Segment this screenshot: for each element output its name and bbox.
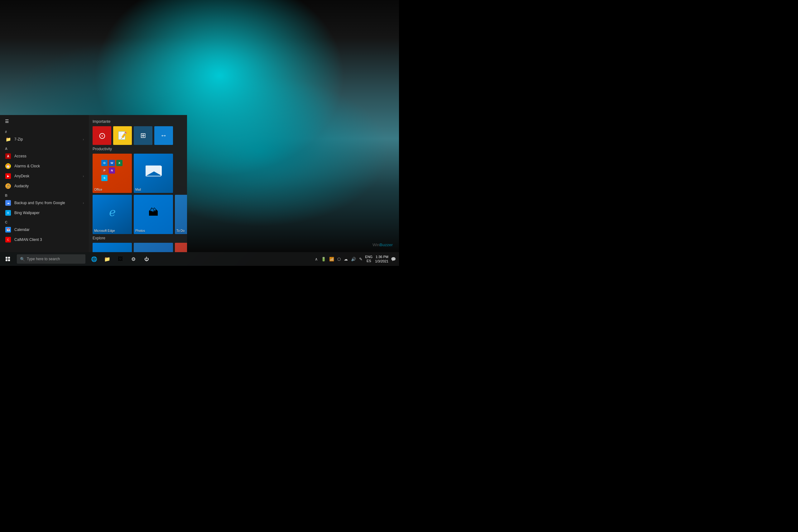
anydesk-icon: ▶: [5, 173, 11, 179]
tile-news[interactable]: 👤 News: [175, 243, 187, 252]
language-secondary: ES: [366, 259, 371, 263]
tile-vmware[interactable]: ⊞: [134, 126, 152, 145]
tray-volume-icon[interactable]: 🔊: [351, 257, 356, 262]
win-key-tr: [8, 257, 10, 259]
app-icon-backup: ☁: [5, 200, 11, 206]
watermark: WinBuzzer: [373, 243, 393, 247]
chevron-icon-anydesk: ›: [83, 174, 84, 178]
calman-icon: C: [5, 237, 11, 243]
tile-teamviewer[interactable]: ↔: [154, 126, 173, 145]
section-b: B: [0, 192, 89, 198]
section-title-importante: Importante: [93, 119, 183, 124]
app-item-audacity[interactable]: 🎵 Audacity: [0, 181, 89, 191]
app-name-access: Access: [14, 154, 26, 158]
weather-content: ☀ Sunny 43° 43° / 32° Madrid: [134, 243, 173, 252]
section-a: A: [0, 146, 89, 151]
taskbar-clock[interactable]: 1:36 PM 1/3/2021: [375, 254, 388, 264]
outlook-icon: O: [101, 160, 108, 166]
taskbar-app-files[interactable]: 📁: [101, 252, 113, 266]
empty-icon: [116, 167, 122, 174]
app-item-anydesk[interactable]: ▶ AnyDesk ›: [0, 171, 89, 181]
section-title-explore: Explore: [93, 236, 183, 240]
taskbar-app-settings[interactable]: ⚙: [127, 252, 140, 266]
productivity-tiles-row-1: O W X P N S Office Mail: [93, 154, 183, 193]
app-icon-calman: C: [5, 236, 11, 243]
app-icon-audacity: 🎵: [5, 183, 11, 189]
photos-tile-icon: 🏔: [148, 207, 158, 218]
tray-arrow-icon[interactable]: ∧: [315, 257, 318, 262]
tile-mail[interactable]: Mail: [134, 154, 173, 193]
app-item-alarms[interactable]: ⏰ Alarms & Clock: [0, 161, 89, 171]
taskbar-app-power[interactable]: ⏻: [140, 252, 153, 266]
tray-network-icon[interactable]: 📶: [329, 257, 334, 262]
app-icon-calendar: 📅: [5, 227, 11, 233]
hamburger-button[interactable]: ☰: [4, 117, 10, 125]
explore-tiles-row: 🛍 Microsoft Store ☀ Sunny 43° 43° / 32° …: [93, 243, 183, 252]
section-c: C: [0, 219, 89, 225]
taskbar-pinned-apps: 🌐 📁 🖼 ⚙ ⏻: [88, 252, 153, 266]
app-item-access[interactable]: A Access: [0, 151, 89, 161]
bing-icon: B: [5, 210, 11, 216]
taskbar-language[interactable]: ENG ES: [365, 255, 373, 263]
chevron-icon-backup: ›: [83, 201, 84, 205]
taskbar-search[interactable]: 🔍 Type here to search: [17, 254, 86, 264]
taskbar-app-internet[interactable]: 🌐: [88, 252, 100, 266]
win-key-bl: [6, 259, 7, 261]
access-icon: A: [5, 153, 11, 159]
skype-icon: S: [101, 175, 108, 181]
tile-stickynotes[interactable]: 📝: [113, 126, 132, 145]
search-placeholder: Type here to search: [27, 257, 60, 261]
mail-envelope-icon: [146, 166, 161, 176]
tile-office[interactable]: O W X P N S Office: [93, 154, 132, 193]
tile-todo-name: To Do: [176, 229, 185, 233]
notifications-icon[interactable]: 💬: [391, 257, 396, 262]
app-list: # 📁 7-Zip › A A Access: [0, 128, 89, 252]
office-grid: O W X P N S: [101, 160, 123, 182]
tile-office-name: Office: [94, 188, 102, 192]
app-name-backup: Backup and Sync from Google: [14, 201, 65, 205]
win-key-tl: [6, 257, 7, 259]
app-item-bing[interactable]: B Bing Wallpaper: [0, 208, 89, 218]
excel-icon: X: [116, 160, 122, 166]
app-list-panel: ☰ # 📁 7-Zip › A A Acc: [0, 115, 89, 252]
tray-edit-icon[interactable]: ✎: [359, 257, 363, 262]
word-icon: W: [109, 160, 115, 166]
app-name-audacity: Audacity: [14, 184, 29, 188]
taskbar: 🔍 Type here to search 🌐 📁 🖼 ⚙ ⏻ ∧ 🔋 📶 ⬡ …: [0, 252, 399, 266]
tile-todo[interactable]: ✔ To Do: [175, 195, 187, 234]
app-icon-anydesk: ▶: [5, 173, 11, 179]
taskbar-app-photos[interactable]: 🖼: [114, 252, 127, 266]
search-icon: 🔍: [20, 257, 25, 262]
start-menu: ☰ # 📁 7-Zip › A A Acc: [0, 115, 187, 252]
windows-logo: [6, 257, 10, 261]
app-item-calendar[interactable]: 📅 Calendar: [0, 225, 89, 235]
tile-opera[interactable]: ⊙: [93, 126, 111, 145]
tile-edge[interactable]: ℯ Microsoft Edge: [93, 195, 132, 234]
tile-weather[interactable]: ☀ Sunny 43° 43° / 32° Madrid: [134, 243, 173, 252]
system-tray-icons: ∧ 🔋 📶 ⬡ ☁ 🔊 ✎: [315, 257, 363, 262]
app-icon-bing: B: [5, 210, 11, 216]
calendar-icon: 📅: [5, 227, 11, 232]
app-item-7zip[interactable]: 📁 7-Zip ›: [0, 134, 89, 144]
app-name-anydesk: AnyDesk: [14, 174, 29, 178]
audacity-icon: 🎵: [5, 183, 11, 189]
app-item-calman[interactable]: C CalMAN Client 3: [0, 235, 89, 245]
backup-icon: ☁: [5, 200, 11, 206]
ppt-icon: P: [101, 167, 108, 174]
tile-store[interactable]: 🛍 Microsoft Store: [93, 243, 132, 252]
taskbar-system-tray: ∧ 🔋 📶 ⬡ ☁ 🔊 ✎ ENG ES 1:36 PM 1/3/2021 💬: [315, 254, 399, 264]
start-menu-header: ☰: [0, 115, 89, 128]
language-primary: ENG: [365, 255, 373, 259]
app-icon-access: A: [5, 153, 11, 159]
importante-tiles-row: ⊙ 📝 ⊞ ↔: [93, 126, 183, 145]
tile-photos[interactable]: 🏔 Photos: [134, 195, 173, 234]
tray-wifi-icon[interactable]: ⬡: [337, 257, 341, 262]
start-button[interactable]: [0, 252, 16, 266]
tray-battery-icon[interactable]: 🔋: [321, 257, 326, 262]
tile-mail-name: Mail: [135, 188, 141, 192]
alarms-icon: ⏰: [5, 163, 11, 169]
chevron-icon-7zip: ›: [83, 138, 84, 141]
tray-weather-icon[interactable]: ☁: [344, 257, 348, 262]
win-key-br: [8, 259, 10, 261]
app-item-backup[interactable]: ☁ Backup and Sync from Google ›: [0, 198, 89, 208]
